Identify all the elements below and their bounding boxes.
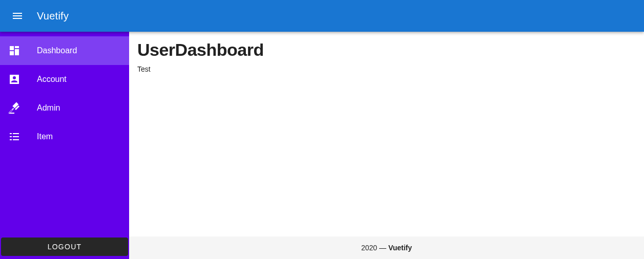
list-icon (8, 131, 20, 143)
sidebar-item-label: Account (37, 75, 67, 84)
hamburger-icon (11, 10, 24, 22)
sidebar-item-label: Item (37, 132, 53, 141)
sidebar-item-label: Dashboard (37, 46, 77, 55)
gavel-icon (8, 102, 20, 114)
menu-button[interactable] (8, 7, 27, 25)
content: UserDashboard Test (129, 32, 644, 236)
footer-brand: Vuetify (388, 244, 412, 252)
footer-year: 2020 (361, 244, 377, 252)
footer: 2020 — Vuetify (129, 236, 644, 259)
sidebar-item-admin[interactable]: Admin (0, 94, 129, 122)
app-bar: Vuetify (0, 0, 644, 32)
logout-label: LOGOUT (48, 243, 82, 251)
dashboard-icon (8, 45, 20, 57)
account-icon (8, 73, 20, 85)
sidebar-item-account[interactable]: Account (0, 65, 129, 94)
footer-separator: — (377, 244, 388, 252)
sidebar-item-label: Admin (37, 103, 60, 113)
main: UserDashboard Test 2020 — Vuetify (129, 32, 644, 259)
toolbar-title: Vuetify (37, 10, 69, 22)
sidebar-item-dashboard[interactable]: Dashboard (0, 36, 129, 65)
page-body: Test (137, 65, 636, 73)
page-title: UserDashboard (137, 40, 636, 60)
sidebar: Dashboard Account Admin Item (0, 32, 129, 259)
nav-list: Dashboard Account Admin Item (0, 36, 129, 236)
sidebar-item-item[interactable]: Item (0, 122, 129, 151)
logout-button[interactable]: LOGOUT (1, 238, 128, 256)
